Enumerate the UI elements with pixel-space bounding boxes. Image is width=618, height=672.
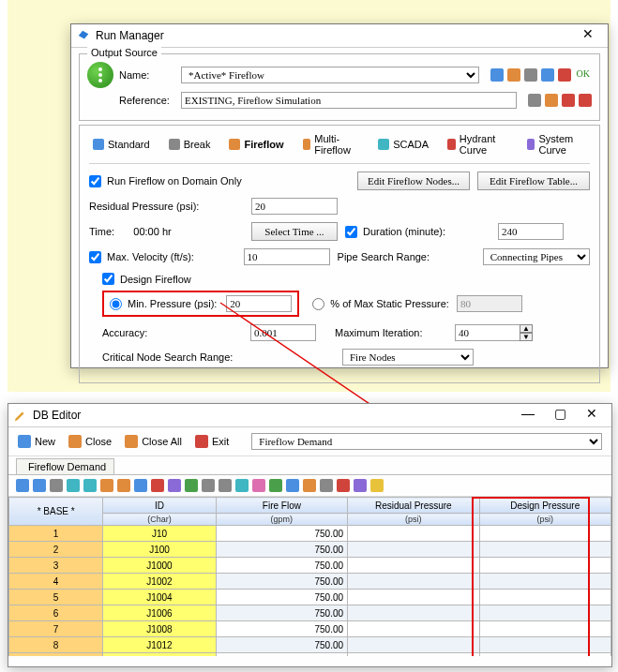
delete-x-icon[interactable] [562,94,575,107]
cell-fireflow[interactable]: 750.00 [216,542,347,558]
cell-design[interactable] [479,526,610,542]
import-icon[interactable] [83,479,97,492]
cell-id[interactable]: J10 [103,526,216,542]
row-number[interactable]: 2 [9,542,103,558]
pct-static-radio[interactable]: % of Max Static Pressure: [312,298,449,310]
cell-design[interactable] [479,653,610,657]
exit-button[interactable]: Exit [195,435,229,448]
spin-up-icon[interactable]: ▲ [520,324,533,333]
cell-id[interactable]: J1000 [103,558,216,574]
cell-id[interactable]: J1002 [103,574,216,590]
tab-system-curve[interactable]: System Curve [523,131,590,157]
cell-residual[interactable] [348,653,479,657]
spin-down-icon[interactable]: ▼ [520,333,533,341]
cell-id[interactable]: J1008 [103,621,216,637]
filter-icon[interactable] [168,479,181,492]
residual-pressure-input[interactable] [251,198,338,215]
ok-icon[interactable]: OK [575,68,592,82]
undo2-icon[interactable] [354,479,367,492]
cell-fireflow[interactable]: 750.00 [216,621,347,637]
col-fire[interactable]: Fire Flow [216,498,347,514]
close-button[interactable]: ✕ [572,27,604,44]
pipe-search-select[interactable]: Connecting Pipes [483,248,590,265]
cell-fireflow[interactable]: 750.00 [216,574,347,590]
folder-icon[interactable] [524,68,537,82]
font-icon[interactable] [151,479,164,492]
cell-design[interactable] [479,558,610,574]
edit-fireflow-nodes-button[interactable]: Edit Fireflow Nodes... [357,172,470,190]
help-icon[interactable] [370,479,384,492]
cell-id[interactable]: J1004 [103,590,216,605]
table-row[interactable]: 8J1012750.00 [9,637,611,653]
table-row[interactable]: 4J1002750.00 [9,574,611,590]
col-base[interactable]: * BASE * [9,498,103,526]
tab-multi-fireflow[interactable]: Multi-Fireflow [299,131,364,157]
cell-design[interactable] [479,637,610,653]
table-selector[interactable]: Fireflow Demand [251,433,602,450]
duration-input[interactable] [498,223,564,240]
max-iteration-spinner[interactable]: ▲▼ [520,324,533,341]
cell-fireflow[interactable]: 750.00 [216,526,347,542]
open-icon[interactable] [16,479,29,492]
cell-residual[interactable] [348,621,479,637]
cell-design[interactable] [479,621,610,637]
sheet-tab-fireflow[interactable]: Fireflow Demand [16,458,114,474]
cell-residual[interactable] [348,574,479,590]
name-select[interactable]: *Active* Fireflow [181,67,479,83]
row-number[interactable]: 9 [9,653,103,657]
minimize-button[interactable]: — [512,407,544,424]
copy-icon[interactable] [528,94,541,107]
cell-fireflow[interactable]: 750.00 [216,590,347,605]
table-row[interactable]: 3J1000750.00 [9,558,611,574]
format-icon[interactable] [303,479,316,492]
cell-residual[interactable] [348,526,479,542]
edit-icon[interactable] [545,94,558,107]
col-id[interactable]: ID [103,498,216,514]
cell-fireflow[interactable]: 750.00 [216,653,347,657]
tab-standard[interactable]: Standard [89,137,154,152]
export-icon[interactable] [67,479,80,492]
bold-icon[interactable] [134,479,147,492]
edit-fireflow-table-button[interactable]: Edit Fireflow Table... [477,172,590,190]
cell-design[interactable] [479,574,610,590]
row-number[interactable]: 1 [9,526,103,542]
reference-field[interactable] [181,92,517,109]
row-number[interactable]: 3 [9,558,103,574]
col-resid[interactable]: Residual Pressure [348,498,479,514]
grid-icon[interactable] [320,479,333,492]
delete-icon[interactable] [337,479,350,492]
max-velocity-input[interactable] [244,248,330,265]
tab-scada[interactable]: SCADA [374,137,432,152]
crit-node-select[interactable]: Fire Nodes [342,349,474,366]
design-fireflow-checkbox[interactable]: Design Fireflow [102,273,590,285]
maximize-button[interactable]: ▢ [544,407,576,424]
sort-icon[interactable] [185,479,198,492]
table-row[interactable]: 6J1006750.00 [9,605,611,621]
table-row[interactable]: 9J1014750.00 [9,653,611,657]
cell-fireflow[interactable]: 750.00 [216,558,347,574]
close-button[interactable]: ✕ [576,407,608,424]
cell-residual[interactable] [348,558,479,574]
table-row[interactable]: 5J1004750.00 [9,590,611,605]
max-iteration-input[interactable] [455,324,520,341]
cell-design[interactable] [479,605,610,621]
refresh-icon[interactable] [269,479,282,492]
save-icon[interactable] [33,479,46,492]
tab-break[interactable]: Break [165,137,215,152]
table-row[interactable]: 1J10750.00 [9,526,611,542]
min-pressure-input[interactable] [226,295,292,312]
data-grid[interactable]: * BASE * ID Fire Flow Residual Pressure … [8,497,611,656]
chart-icon[interactable] [252,479,265,492]
new-button[interactable]: New [18,435,55,448]
table-row[interactable]: 7J1008750.00 [9,621,611,637]
clipboard-icon[interactable] [507,68,520,82]
cell-design[interactable] [479,542,610,558]
sum-icon[interactable] [235,479,249,492]
table-row[interactable]: 2J100750.00 [9,542,611,558]
close-all-button[interactable]: Close All [125,435,182,448]
replace-icon[interactable] [219,479,232,492]
tab-hydrant-curve[interactable]: Hydrant Curve [444,131,512,157]
cell-design[interactable] [479,590,610,605]
accuracy-input[interactable] [250,324,316,341]
close-button[interactable]: Close [68,435,112,448]
